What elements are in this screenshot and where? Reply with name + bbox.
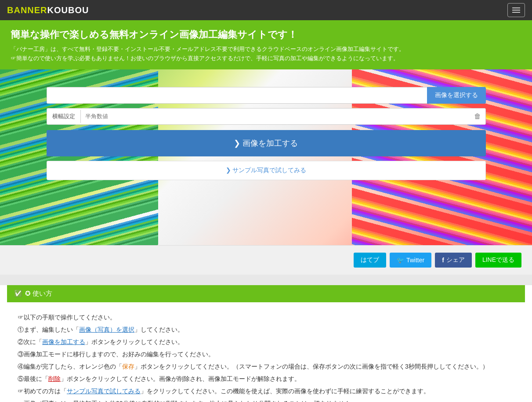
usage-step3: ③画像加工モードに移行しますので、お好みの編集を行ってください。 bbox=[18, 348, 514, 360]
usage-save-text: 保存 bbox=[122, 363, 134, 370]
facebook-label: シェア bbox=[446, 256, 465, 264]
usage-check-icon: ✅ bbox=[14, 290, 22, 297]
usage-step5: ⑤最後に「削除」ボタンをクリックしてください。画像が削除され、画像加工モードが解… bbox=[18, 373, 514, 385]
section-gap bbox=[0, 275, 532, 285]
social-bar: はてブ 🐦 Twitter f シェア LINEで送る bbox=[0, 245, 532, 275]
process-button[interactable]: ❯ 画像を加工する bbox=[47, 130, 486, 156]
usage-step0: ☞以下の手順で操作してください。 bbox=[18, 311, 514, 323]
facebook-button[interactable]: f シェア bbox=[435, 253, 472, 268]
usage-body: ☞以下の手順で操作してください。 ①まず、編集したい「画像（写真）を選択」してく… bbox=[7, 302, 525, 402]
twitter-button[interactable]: 🐦 Twitter bbox=[390, 253, 431, 268]
nav-toggle-button[interactable] bbox=[507, 3, 525, 17]
facebook-icon: f bbox=[442, 257, 444, 264]
width-input[interactable] bbox=[81, 109, 470, 124]
usage-header-label: ✪ 使い方 bbox=[25, 290, 52, 298]
twitter-label: Twitter bbox=[406, 257, 424, 264]
file-select-button[interactable]: 画像を選択する bbox=[427, 87, 486, 104]
navbar: BANNERKOUBOU bbox=[0, 0, 532, 20]
width-row: 横幅設定 🗑 bbox=[47, 108, 486, 125]
brand-banner: BANNER bbox=[7, 5, 47, 15]
brand-logo: BANNERKOUBOU bbox=[7, 5, 89, 15]
hero-title: 簡単な操作で楽しめる無料オンライン画像加工編集サイトです！ bbox=[11, 28, 521, 41]
usage-step1: ①まず、編集したい「画像（写真）を選択」してください。 bbox=[18, 323, 514, 336]
line-button[interactable]: LINEで送る bbox=[475, 253, 521, 268]
hatena-button[interactable]: はてブ bbox=[354, 253, 386, 268]
twitter-bird-icon: 🐦 bbox=[397, 257, 404, 264]
toggle-bar-3 bbox=[512, 12, 520, 13]
file-path-input[interactable] bbox=[47, 87, 427, 104]
controls-container: 画像を選択する 横幅設定 🗑 ❯ 画像を加工する ❯ サンプル写真で試してみる bbox=[47, 87, 486, 180]
usage-step6: ☞初めての方は「サンプル写真で試してみる」をクリックしてください。この機能を使え… bbox=[18, 385, 514, 397]
brand-koubou: KOUBOU bbox=[47, 5, 89, 15]
hero-desc2: ☞簡単なので使い方を学ぶ必要もありません！お使いのブラウザから直接アクセスするだ… bbox=[11, 54, 521, 63]
usage-step4: ④編集が完了したら、オレンジ色の「保存」ボタンをクリックしてください。（スマート… bbox=[18, 360, 514, 373]
width-label: 横幅設定 bbox=[47, 110, 81, 123]
usage-delete-text: 削除 bbox=[48, 375, 61, 382]
hero-banner: 簡単な操作で楽しめる無料オンライン画像加工編集サイトです！ 「バナー工房」は、す… bbox=[0, 20, 532, 69]
hero-desc1: 「バナー工房」は、すべて無料・登録不要・インストール不要・メールアドレス不要で利… bbox=[11, 45, 521, 54]
usage-step2: ②次に「画像を加工する」ボタンをクリックしてください。 bbox=[18, 336, 514, 348]
usage-link-select[interactable]: 画像（写真）を選択 bbox=[79, 326, 134, 333]
delete-button[interactable]: 🗑 bbox=[470, 110, 485, 123]
usage-section: ✅ ✪ 使い方 ☞以下の手順で操作してください。 ①まず、編集したい「画像（写真… bbox=[7, 285, 525, 402]
image-section: 画像を選択する 横幅設定 🗑 ❯ 画像を加工する ❯ サンプル写真で試してみる bbox=[0, 69, 532, 245]
usage-link-process[interactable]: 画像を加工する bbox=[42, 338, 85, 345]
usage-link-sample[interactable]: サンプル写真で試してみる bbox=[67, 388, 141, 395]
usage-step7: ☞画像（写真）は、最終加工から約90分後に自動的に削除されます。他人に見られたり… bbox=[18, 397, 514, 402]
toggle-bar-1 bbox=[512, 7, 520, 8]
sample-button[interactable]: ❯ サンプル写真で試してみる bbox=[47, 161, 486, 180]
file-input-row: 画像を選択する bbox=[47, 87, 486, 104]
usage-header: ✅ ✪ 使い方 bbox=[7, 285, 525, 302]
toggle-bar-2 bbox=[512, 10, 520, 11]
